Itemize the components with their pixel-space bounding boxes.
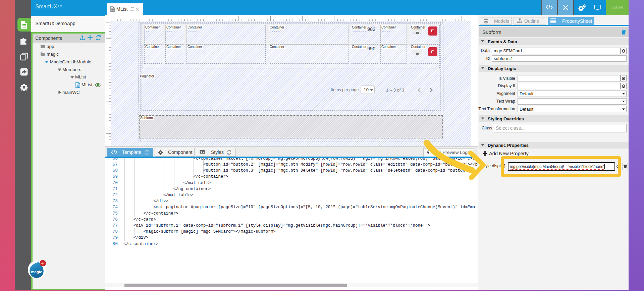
svg-text:44: 44 (41, 261, 45, 265)
svg-text:magic: magic (31, 270, 42, 274)
